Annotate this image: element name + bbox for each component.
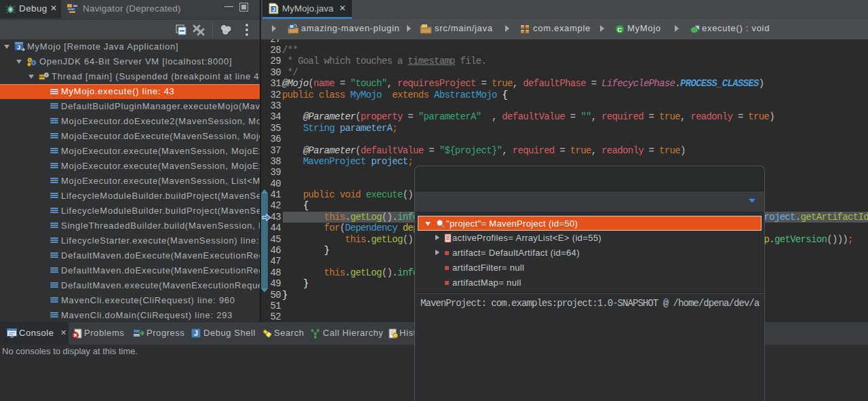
svg-text:M: M xyxy=(290,24,294,28)
svg-text:C: C xyxy=(617,26,623,33)
svg-text:J: J xyxy=(17,44,21,51)
svg-text:J: J xyxy=(272,6,275,13)
svg-text:J: J xyxy=(194,330,198,337)
